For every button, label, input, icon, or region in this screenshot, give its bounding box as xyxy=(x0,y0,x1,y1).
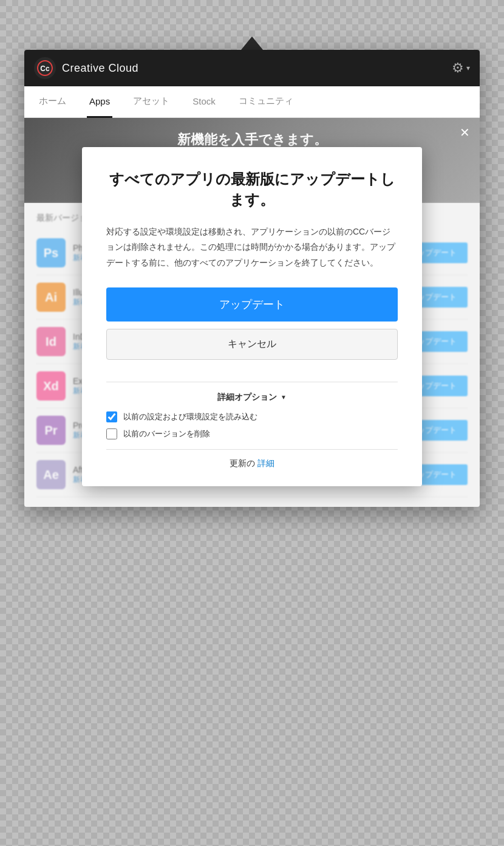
checkbox-remove-previous[interactable] xyxy=(106,428,117,439)
modal-details-link[interactable]: 詳細 xyxy=(257,458,274,468)
checkbox-label-2: 以前のバージョンを削除 xyxy=(123,428,210,439)
advanced-options-label: 詳細オプション xyxy=(217,392,277,403)
modal-divider xyxy=(106,382,398,382)
app-window: Cc Creative Cloud ⚙ ▾ ホーム Apps アセット Stoc… xyxy=(24,50,480,507)
update-modal: すべてのアプリの最新版にアップデートします。 対応する設定や環境設定は移動され、… xyxy=(82,147,422,486)
modal-cancel-button[interactable]: キャンセル xyxy=(106,329,398,360)
checkbox-row-2: 以前のバージョンを削除 xyxy=(106,428,398,439)
modal-title: すべてのアプリの最新版にアップデートします。 xyxy=(106,169,398,210)
modal-update-button[interactable]: アップデート xyxy=(106,287,398,322)
modal-body: 対応する設定や環境設定は移動され、アプリケーションの以前のCCバージョンは削除さ… xyxy=(106,224,398,270)
checkbox-row-1: 以前の設定および環境設定を読み込む xyxy=(106,411,398,422)
modal-footer: 更新の 詳細 xyxy=(106,458,398,469)
advanced-options-toggle[interactable]: 詳細オプション ▼ xyxy=(106,392,398,403)
modal-overlay: すべてのアプリの最新版にアップデートします。 対応する設定や環境設定は移動され、… xyxy=(24,50,480,507)
modal-footer-divider xyxy=(106,449,398,450)
checkbox-import-settings[interactable] xyxy=(106,411,117,422)
checkbox-label-1: 以前の設定および環境設定を読み込む xyxy=(123,411,257,422)
advanced-options-arrow-icon: ▼ xyxy=(281,394,287,401)
